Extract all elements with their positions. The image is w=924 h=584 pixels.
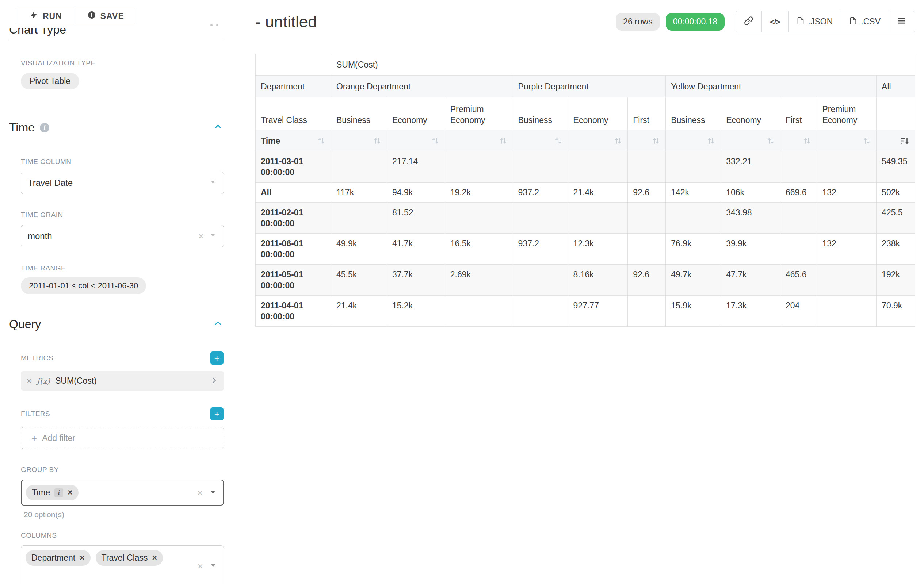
csv-label: .CSV <box>861 17 881 26</box>
share-link-button[interactable] <box>736 12 761 32</box>
view-query-button[interactable]: </> <box>761 12 788 32</box>
pivot-value-cell: 92.6 <box>628 183 666 202</box>
pivot-sort-header[interactable] <box>817 130 876 151</box>
time-grain-value: month <box>28 231 52 241</box>
caret-down-icon[interactable] <box>209 561 218 571</box>
remove-value-icon[interactable]: × <box>79 553 84 563</box>
sort-toggle-icon[interactable] <box>614 137 622 145</box>
clear-icon[interactable]: × <box>197 488 203 497</box>
remove-value-icon[interactable]: × <box>68 488 72 497</box>
time-range-pill[interactable]: 2011-01-01 ≤ col < 2011-06-30 <box>21 277 146 294</box>
lightning-icon <box>30 11 38 21</box>
pivot-row-header: 2011-06-01 00:00:00 <box>256 234 331 265</box>
sort-toggle-icon[interactable] <box>499 137 508 145</box>
export-json-button[interactable]: .JSON <box>788 12 841 32</box>
time-column-select[interactable]: Travel Date <box>21 171 224 194</box>
sort-toggle-icon[interactable] <box>554 137 563 145</box>
pivot-sort-header[interactable] <box>666 130 721 151</box>
time-grain-select[interactable]: month × <box>21 225 224 247</box>
pivot-value-cell <box>628 234 666 265</box>
save-button[interactable]: SAVE <box>74 6 137 26</box>
pivot-value-cell <box>780 151 817 183</box>
pivot-data-row: All117k94.9k19.2k937.221.4k92.6142k106k6… <box>256 183 915 202</box>
columns-select[interactable]: Department×Travel Class× × <box>21 545 224 584</box>
visualization-type-pill[interactable]: Pivot Table <box>21 73 79 89</box>
pivot-data-row: 2011-06-01 00:00:0049.9k41.7k16.5k937.21… <box>256 234 915 265</box>
value-chip[interactable]: Timei× <box>26 485 79 500</box>
pivot-sort-header[interactable] <box>513 130 568 151</box>
chevron-up-icon[interactable] <box>213 122 223 134</box>
metric-chip[interactable]: × ƒ(x) SUM(Cost) <box>21 371 224 391</box>
chart-header: - untitled 26 rows 00:00:00.18 </> .JSON <box>255 11 915 33</box>
plus-circle-icon <box>87 11 96 21</box>
sort-toggle-icon[interactable] <box>707 137 716 145</box>
caret-down-icon[interactable] <box>208 488 217 498</box>
sort-toggle-icon[interactable] <box>803 137 812 145</box>
pivot-value-cell: 132 <box>817 234 876 265</box>
pivot-sort-header[interactable] <box>331 130 387 151</box>
pivot-value-cell: 19.2k <box>445 183 513 202</box>
group-by-select[interactable]: Timei× × <box>21 480 224 505</box>
time-section-header[interactable]: Time i <box>9 121 223 134</box>
resize-handle-dots[interactable] <box>210 24 218 26</box>
add-metric-button[interactable]: + <box>210 352 223 365</box>
pivot-value-cell <box>513 151 568 183</box>
sort-toggle-icon[interactable] <box>652 137 660 145</box>
columns-chip-area: Department×Travel Class× <box>26 550 191 566</box>
pivot-value-cell: 343.98 <box>721 202 780 234</box>
pivot-value-cell: 192k <box>876 265 915 296</box>
pivot-table-container: SUM(Cost)DepartmentOrange DepartmentPurp… <box>255 54 915 327</box>
pivot-value-cell <box>445 202 513 234</box>
pivot-value-cell <box>780 234 817 265</box>
pivot-class-header: Business <box>331 97 387 130</box>
chevron-up-icon[interactable] <box>213 318 223 331</box>
pivot-department-header: Orange Department <box>331 76 513 97</box>
pivot-value-cell: 76.9k <box>666 234 721 265</box>
pivot-row-dimension-header[interactable]: Time <box>256 130 331 151</box>
clear-icon[interactable]: × <box>198 561 203 571</box>
pivot-sort-header[interactable] <box>721 130 780 151</box>
pivot-data-row: 2011-02-01 00:00:0081.52343.98425.5 <box>256 202 915 234</box>
clear-icon[interactable]: × <box>198 231 204 241</box>
pivot-class-header <box>876 97 915 130</box>
pivot-value-cell: 106k <box>721 183 780 202</box>
add-filter-box[interactable]: + Add filter <box>21 427 224 449</box>
pivot-value-cell <box>628 202 666 234</box>
pivot-value-cell: 12.3k <box>568 234 628 265</box>
export-csv-button[interactable]: .CSV <box>841 12 889 32</box>
pivot-sort-header[interactable] <box>876 130 915 151</box>
sort-desc-active-icon[interactable] <box>900 136 909 146</box>
remove-value-icon[interactable]: × <box>152 553 157 563</box>
chart-title[interactable]: - untitled <box>255 13 317 31</box>
sort-toggle-icon[interactable] <box>317 137 326 145</box>
sort-toggle-icon[interactable] <box>431 137 440 145</box>
sort-toggle-icon[interactable] <box>766 137 775 145</box>
pivot-sort-header[interactable] <box>628 130 666 151</box>
pivot-sort-header[interactable] <box>780 130 817 151</box>
pivot-row-header: 2011-05-01 00:00:00 <box>256 265 331 296</box>
pivot-value-cell: 238k <box>876 234 915 265</box>
value-chip[interactable]: Department× <box>26 550 91 566</box>
more-options-button[interactable] <box>889 12 914 32</box>
run-button[interactable]: RUN <box>17 6 74 26</box>
add-filter-plus-button[interactable]: + <box>210 407 223 421</box>
save-label: SAVE <box>101 12 124 21</box>
pivot-value-cell: 8.16k <box>568 265 628 296</box>
pivot-value-cell: 425.5 <box>876 202 915 234</box>
pivot-value-cell <box>666 202 721 234</box>
pivot-value-cell <box>445 151 513 183</box>
query-section-header[interactable]: Query <box>9 317 223 331</box>
pivot-sort-header[interactable] <box>568 130 628 151</box>
remove-metric-icon[interactable]: × <box>26 376 32 386</box>
value-chip[interactable]: Travel Class× <box>96 550 163 566</box>
section-divider <box>8 40 223 40</box>
pivot-sort-header[interactable] <box>445 130 513 151</box>
pivot-department-header: All <box>876 76 915 97</box>
pivot-sort-header[interactable] <box>387 130 445 151</box>
pivot-value-cell: 45.5k <box>331 265 387 296</box>
pivot-class-header: Business <box>666 97 721 130</box>
chevron-right-icon[interactable] <box>210 376 218 386</box>
pivot-value-cell: 70.9k <box>876 296 915 327</box>
sort-toggle-icon[interactable] <box>862 137 871 145</box>
sort-toggle-icon[interactable] <box>373 137 382 145</box>
